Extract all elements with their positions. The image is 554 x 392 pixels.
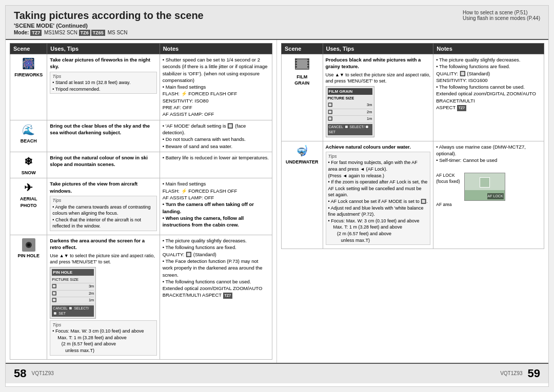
left-th-scene: Scene <box>10 44 47 54</box>
right-half: Scene Uses, Tips Notes <box>277 40 548 363</box>
svg-rect-9 <box>307 58 309 60</box>
right-scene-table: Scene Uses, Tips Notes <box>281 43 544 249</box>
left-th-uses: Uses, Tips <box>47 44 160 54</box>
underwater-label: UNDERWATER <box>286 159 319 164</box>
svg-rect-6 <box>295 61 297 63</box>
aerial-label: AERIALPHOTO <box>20 196 37 208</box>
scene-cell-snow: ❄ SNOW <box>10 152 47 178</box>
uses-aerial: Take pictures of the view from aircraft … <box>47 178 160 235</box>
filmgrain-image: FILM GRAIN PICTURE SIZE 🔲3m 🔲2m 🔲1m CANC… <box>326 86 374 137</box>
svg-point-2 <box>27 243 30 246</box>
svg-rect-10 <box>307 61 309 63</box>
table-row: FILMGRAIN Produces black and white pictu… <box>282 54 544 141</box>
beach-label: BEACH <box>21 138 37 143</box>
mode-badge-tz65: TZ65 <box>91 30 105 36</box>
table-row: 🤿 UNDERWATER Achieve natural colours und… <box>282 141 544 249</box>
scene-cell-aerial: ✈ AERIALPHOTO <box>10 178 47 235</box>
af-lock-area: AF LOCK(focus fixed) AF LOCK <box>436 173 541 201</box>
svg-rect-8 <box>295 66 297 68</box>
header: Taking pictures according to the scene '… <box>6 6 548 40</box>
left-page-number: 58 <box>14 367 26 380</box>
filmgrain-label: FILMGRAIN <box>294 74 309 86</box>
snow-icon: ❄ <box>13 154 44 169</box>
snow-label: SNOW <box>22 170 36 175</box>
header-right-line2: Using flash in scene modes (P.44) <box>463 15 540 21</box>
mode-text2: MS SCN <box>106 30 128 35</box>
footer: 58 VQT1Z93 VQT1Z93 59 <box>6 363 548 383</box>
subtitle: 'SCENE MODE' (Continued) <box>14 23 204 29</box>
af-area-box <box>480 177 490 188</box>
footer-left: 58 VQT1Z93 <box>14 367 54 380</box>
tz7-badge-filmgrain: TZ7 <box>457 105 466 111</box>
scene-cell-pinhole: PIN HOLE <box>10 235 47 360</box>
mode-text1: MS1MS2 SCN <box>43 30 77 35</box>
beach-icon: 🌊 <box>13 122 44 137</box>
left-vqt-code: VQT1Z93 <box>31 370 53 376</box>
svg-rect-11 <box>307 64 309 65</box>
footer-right: VQT1Z93 59 <box>500 367 540 380</box>
scene-cell-underwater: 🤿 UNDERWATER <box>282 141 323 249</box>
table-row: ✈ AERIALPHOTO Take pictures of the view … <box>10 178 272 235</box>
notes-pinhole: • The picture quality slightly decreases… <box>160 235 272 360</box>
svg-rect-4 <box>296 59 308 69</box>
right-th-scene: Scene <box>282 44 323 54</box>
uses-fireworks: Take clear pictures of fireworks in the … <box>47 54 160 120</box>
left-th-notes: Notes <box>160 44 272 54</box>
scene-cell-fireworks: 🎆 FIREWORKS <box>10 54 47 120</box>
page-container: Taking pictures according to the scene '… <box>5 5 549 387</box>
mode-badge-tz7: TZ7 <box>30 30 42 36</box>
notes-fireworks: • Shutter speed can be set to 1/4 second… <box>160 54 272 120</box>
uses-pinhole: Darkens the area around the screen for a… <box>47 235 160 360</box>
uses-beach: Bring out the clear blues of the sky and… <box>47 120 160 152</box>
header-right: How to select a scene (P.51) Using flash… <box>463 10 540 21</box>
notes-underwater: • Always use marine case (DMW-MCTZ7, opt… <box>433 141 544 249</box>
notes-filmgrain: • The picture quality slightly decreases… <box>433 54 544 141</box>
scene-cell-beach: 🌊 BEACH <box>10 120 47 152</box>
header-left: Taking pictures according to the scene '… <box>14 10 204 36</box>
notes-snow: • Battery life is reduced in lower air t… <box>160 152 272 178</box>
mode-badge-tz6: TZ6 <box>79 30 90 36</box>
right-page-number: 59 <box>528 367 540 380</box>
scene-cell-filmgrain: FILMGRAIN <box>282 54 323 141</box>
right-th-notes: Notes <box>433 44 544 54</box>
right-th-uses: Uses, Tips <box>323 44 433 54</box>
main-content: Scene Uses, Tips Notes 🎆 FIREWORKS Take … <box>6 40 548 363</box>
fireworks-label: FIREWORKS <box>14 72 43 77</box>
table-row: ❄ SNOW Bring out the natural colour of s… <box>10 152 272 178</box>
af-lock-diagram: AF LOCK <box>464 173 505 201</box>
tz7-badge-pinhole: TZ7 <box>223 293 232 299</box>
left-half: Scene Uses, Tips Notes 🎆 FIREWORKS Take … <box>6 40 277 363</box>
table-row: 🌊 BEACH Bring out the clear blues of the… <box>10 120 272 152</box>
right-vqt-code: VQT1Z93 <box>500 370 522 376</box>
uses-filmgrain: Produces black and white pictures with a… <box>323 54 433 141</box>
svg-rect-12 <box>307 66 309 68</box>
svg-rect-7 <box>295 64 297 65</box>
notes-aerial: • Main fixed settings FLASH: ⚡ FORCED FL… <box>160 178 272 235</box>
mode-line: Mode: TZ7 MS1MS2 SCN TZ6TZ65 MS SCN <box>14 30 204 36</box>
uses-underwater: Achieve natural colours under water. Tip… <box>323 141 433 249</box>
fireworks-icon: 🎆 <box>13 56 44 71</box>
pinhole-image: PIN HOLE PICTURE SIZE 🔲3m 🔲2m 🔲1m CANCEL… <box>50 267 96 319</box>
left-scene-table: Scene Uses, Tips Notes 🎆 FIREWORKS Take … <box>10 43 272 360</box>
table-row: PIN HOLE Darkens the area around the scr… <box>10 235 272 360</box>
table-row: 🎆 FIREWORKS Take clear pictures of firew… <box>10 54 272 120</box>
underwater-icon: 🤿 <box>284 143 320 158</box>
filmgrain-icon <box>294 56 310 72</box>
pinhole-label: PIN HOLE <box>17 253 39 258</box>
uses-snow: Bring out the natural colour of snow in … <box>47 152 160 178</box>
svg-rect-5 <box>295 58 297 60</box>
aerial-icon: ✈ <box>13 180 44 195</box>
notes-beach: • 'AF MODE' default setting is 🔲 (face d… <box>160 120 272 152</box>
pinhole-icon <box>21 237 36 253</box>
header-right-line1: How to select a scene (P.51) <box>463 10 540 15</box>
page-title: Taking pictures according to the scene <box>14 10 204 22</box>
